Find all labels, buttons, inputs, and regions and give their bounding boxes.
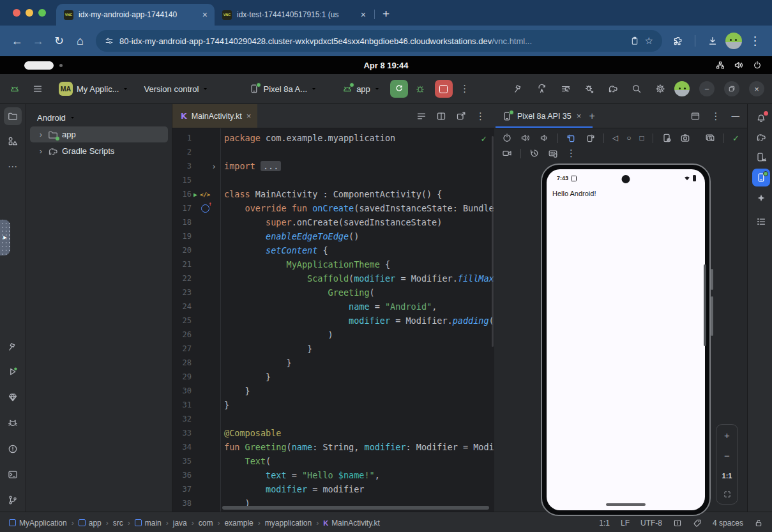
- code-line[interactable]: 37 modifier = modifier: [172, 482, 494, 496]
- code-line[interactable]: 20 setContent {: [172, 243, 494, 257]
- code-line[interactable]: 3›import ...: [172, 159, 494, 173]
- nav-overview-icon[interactable]: □: [639, 133, 644, 142]
- volume-icon[interactable]: [734, 60, 744, 70]
- editor-options-icon[interactable]: ⋮: [476, 110, 485, 122]
- stop-button[interactable]: [435, 80, 453, 98]
- breadcrumb-item[interactable]: example: [224, 519, 253, 528]
- debug-button[interactable]: [411, 79, 430, 98]
- project-view-selector[interactable]: Android: [26, 109, 172, 126]
- volume-down-icon[interactable]: [539, 133, 549, 143]
- hardware-input-icon[interactable]: [548, 148, 558, 158]
- gradle-sync-icon[interactable]: [603, 79, 623, 98]
- hide-panel-icon[interactable]: —: [732, 112, 740, 121]
- reload-button[interactable]: ↻: [49, 31, 70, 52]
- code-line[interactable]: 31}: [172, 398, 494, 412]
- maximize-window-button[interactable]: [38, 9, 46, 17]
- new-tab-button[interactable]: +: [382, 7, 390, 21]
- rotate-right-icon[interactable]: [585, 133, 595, 143]
- code-line[interactable]: 17↑ override fun onCreate(savedInstanceS…: [172, 201, 494, 215]
- expand-chevron-icon[interactable]: ›: [38, 146, 44, 156]
- back-button[interactable]: ←: [6, 31, 27, 52]
- resource-manager-icon[interactable]: [4, 132, 22, 150]
- zoom-scale-label[interactable]: 1:1: [722, 472, 732, 480]
- breadcrumb-item[interactable]: MyApplication: [9, 519, 67, 528]
- browser-tab-android-app[interactable]: VNC idx-my-android-app-1744140 ×: [56, 4, 215, 26]
- running-devices-icon[interactable]: [752, 169, 770, 186]
- code-line[interactable]: 1package com.example.myapplication: [172, 131, 494, 145]
- forward-button[interactable]: →: [27, 31, 49, 52]
- run-class-icon[interactable]: ▶: [193, 191, 197, 198]
- phone-screen[interactable]: 7:43 Hello Android!: [547, 169, 705, 510]
- tool-window-drag-handle[interactable]: ▶: [0, 220, 10, 255]
- code-line[interactable]: 30 }: [172, 384, 494, 398]
- editor-horizontal-scrollbar[interactable]: [222, 506, 489, 510]
- attach-debugger-icon[interactable]: [580, 79, 599, 98]
- project-tool-icon[interactable]: [4, 107, 22, 125]
- device-power-icon[interactable]: [502, 133, 512, 143]
- code-line[interactable]: 33@Composable: [172, 426, 494, 440]
- browser-menu-icon[interactable]: ⋮: [745, 31, 766, 52]
- vnc-drawer-handle[interactable]: [24, 61, 54, 70]
- close-tab-icon[interactable]: ×: [201, 10, 209, 20]
- code-line[interactable]: 15: [172, 173, 494, 187]
- run-tool-icon[interactable]: [4, 363, 22, 381]
- panel-layout-icon[interactable]: [690, 111, 700, 121]
- code-line[interactable]: 34fun Greeting(name: String, modifier: M…: [172, 440, 494, 454]
- nav-back-icon[interactable]: ◁: [612, 133, 618, 142]
- logcat-icon[interactable]: [4, 414, 22, 432]
- apply-changes-icon[interactable]: [533, 79, 552, 98]
- gradle-tool-icon[interactable]: [752, 128, 770, 146]
- problems-icon[interactable]: [4, 440, 22, 458]
- ide-close-button[interactable]: ×: [749, 81, 764, 96]
- screenshot-icon[interactable]: [680, 133, 690, 143]
- code-line[interactable]: 25 modifier = Modifier.padding(i: [172, 314, 494, 328]
- code-line[interactable]: 35 Text(: [172, 454, 494, 468]
- add-device-tab-icon[interactable]: +: [589, 110, 594, 122]
- settings-gear-icon[interactable]: [651, 79, 670, 98]
- close-tab-icon[interactable]: ×: [359, 10, 368, 20]
- tree-item-app[interactable]: › app: [30, 126, 168, 142]
- file-lock-icon[interactable]: [754, 519, 763, 528]
- code-line[interactable]: 36 text = "Hello $name!",: [172, 468, 494, 482]
- breadcrumb-item[interactable]: myapplication: [265, 519, 312, 528]
- breadcrumb-item[interactable]: KMainActivity.kt: [323, 519, 380, 528]
- volume-up-icon[interactable]: [520, 133, 531, 143]
- structure-tool-icon[interactable]: [752, 213, 770, 231]
- user-avatar[interactable]: [674, 81, 690, 96]
- rerun-app-button[interactable]: [390, 80, 408, 98]
- device-settings-icon[interactable]: [662, 133, 672, 143]
- code-line[interactable]: 2: [172, 145, 494, 159]
- code-line[interactable]: 22 Scaffold(modifier = Modifier.fillMaxS: [172, 271, 494, 285]
- display-mode-icon[interactable]: [705, 133, 715, 143]
- search-everywhere-icon[interactable]: [627, 79, 646, 98]
- emulator-more-icon[interactable]: ⋮: [566, 148, 576, 159]
- editor-tab-mainactivity[interactable]: K MainActivity.kt ×: [172, 104, 257, 128]
- detach-editor-icon[interactable]: [456, 111, 466, 121]
- close-editor-tab-icon[interactable]: ×: [246, 111, 252, 121]
- profile-avatar[interactable]: [725, 33, 742, 49]
- code-line[interactable]: 32: [172, 412, 494, 426]
- rotate-left-icon[interactable]: [566, 133, 577, 143]
- file-encoding[interactable]: UTF-8: [640, 519, 662, 528]
- address-bar[interactable]: 80-idx-my-android-app-1744140290428.clus…: [96, 30, 662, 52]
- tree-item-gradle-scripts[interactable]: › Gradle Scripts: [30, 143, 168, 159]
- home-button[interactable]: ⌂: [70, 31, 91, 52]
- caret-position[interactable]: 1:1: [599, 519, 610, 528]
- close-device-tab-icon[interactable]: ×: [577, 111, 582, 121]
- build-icon[interactable]: [509, 79, 528, 98]
- snapshot-icon[interactable]: [529, 148, 540, 158]
- panel-scrollbar[interactable]: [704, 264, 706, 346]
- downloads-icon[interactable]: [702, 31, 723, 52]
- more-tool-windows-icon[interactable]: ⋯: [4, 158, 22, 176]
- device-selector[interactable]: Pixel 8a A...: [244, 79, 322, 98]
- run-configuration-selector[interactable]: app: [337, 79, 385, 98]
- fit-to-window-icon[interactable]: [723, 490, 731, 498]
- zoom-out-button[interactable]: −: [724, 451, 730, 460]
- code-line[interactable]: 24 name = "Android",: [172, 300, 494, 314]
- compose-code-icon[interactable]: </>: [200, 191, 210, 198]
- override-method-icon[interactable]: ↑: [201, 204, 209, 213]
- code-line[interactable]: 23 Greeting(: [172, 285, 494, 300]
- fold-region-icon[interactable]: ›: [211, 162, 216, 171]
- device-tab-title[interactable]: Pixel 8a API 35: [517, 112, 571, 121]
- vcs-widget[interactable]: Version control: [139, 79, 213, 98]
